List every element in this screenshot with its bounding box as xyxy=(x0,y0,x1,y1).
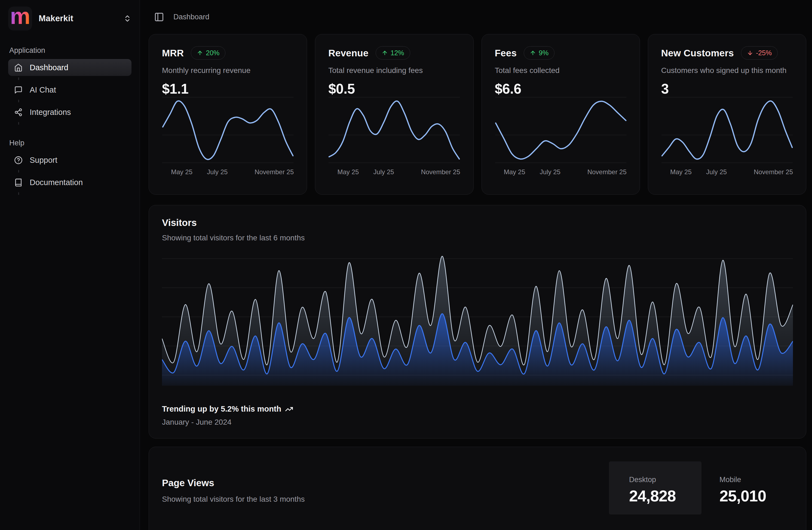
x-tick: May 25 xyxy=(337,168,359,176)
visitors-subtitle: Showing total visitors for the last 6 mo… xyxy=(162,233,793,242)
sidebar-item-label: Dashboard xyxy=(30,63,68,72)
visitors-area-chart xyxy=(162,252,793,386)
metric-value: $6.6 xyxy=(495,81,627,97)
x-tick: May 25 xyxy=(171,168,192,176)
trend-badge-value: 20% xyxy=(206,49,219,57)
home-icon xyxy=(14,63,23,72)
x-tick: May 25 xyxy=(670,168,692,176)
makerkit-logo: m xyxy=(8,6,32,30)
trend-badge: 12% xyxy=(376,46,410,60)
sparkline-x-labels: May 25 July 25 November 25 xyxy=(661,168,793,177)
stat-value: 24,828 xyxy=(629,487,701,505)
metric-card-mrr: MRR 20% Monthly recurring revenue $1.1 M… xyxy=(149,34,307,195)
x-tick: May 25 xyxy=(504,168,525,176)
metric-value: $1.1 xyxy=(162,81,294,97)
metric-subtitle: Total fees collected xyxy=(495,66,627,75)
sparkline-chart xyxy=(661,96,793,164)
makerkit-logo-letter: m xyxy=(10,6,30,27)
x-tick: November 25 xyxy=(421,168,460,176)
page-views-header: Page Views Showing total visitors for th… xyxy=(162,477,305,504)
page-views-subtitle: Showing total visitors for the last 3 mo… xyxy=(162,495,305,504)
x-tick: November 25 xyxy=(588,168,627,176)
x-tick: November 25 xyxy=(754,168,793,176)
metric-card-revenue: Revenue 12% Total revenue including fees… xyxy=(315,34,473,195)
stat-label: Mobile xyxy=(720,475,793,484)
sidebar: m Makerkit Application Dashboard AI Chat… xyxy=(0,0,140,530)
arrow-up-icon xyxy=(530,50,536,56)
metric-title: Revenue xyxy=(328,48,368,58)
sidebar-item-support[interactable]: Support xyxy=(8,152,131,169)
sparkline-x-labels: May 25 July 25 November 25 xyxy=(162,168,294,177)
stat-value: 25,010 xyxy=(720,487,793,505)
sidebar-nav-application: Dashboard AI Chat Integrations xyxy=(8,59,131,125)
sidebar-section-application: Application xyxy=(9,46,131,55)
x-tick: November 25 xyxy=(255,168,294,176)
sidebar-section-help: Help xyxy=(9,139,131,147)
sidebar-toggle-icon[interactable] xyxy=(154,12,164,22)
page-views-title: Page Views xyxy=(162,477,305,488)
breadcrumb-page[interactable]: Dashboard xyxy=(173,13,209,21)
metric-title: MRR xyxy=(162,48,184,58)
x-tick: July 25 xyxy=(374,168,394,176)
trend-badge-value: 12% xyxy=(391,49,404,57)
visitors-card: Visitors Showing total visitors for the … xyxy=(149,205,806,439)
visitors-trend-line: Trending up by 5.2% this month xyxy=(162,404,293,414)
metric-subtitle: Total revenue including fees xyxy=(328,66,460,75)
main-content: Dashboard MRR 20% Monthly recurring reve… xyxy=(140,0,812,530)
sidebar-item-label: Support xyxy=(30,156,57,165)
metric-head: New Customers -25% xyxy=(661,46,793,60)
stat-label: Desktop xyxy=(629,475,701,484)
sidebar-item-ai-chat[interactable]: AI Chat xyxy=(8,81,131,98)
trend-badge: 20% xyxy=(191,46,226,60)
visitors-title: Visitors xyxy=(162,217,793,228)
sidebar-item-label: Documentation xyxy=(30,178,83,187)
visitors-footer: Trending up by 5.2% this month January -… xyxy=(162,404,293,427)
nav-tick xyxy=(18,122,19,125)
breadcrumb: Dashboard xyxy=(149,0,806,34)
arrow-up-icon xyxy=(382,50,388,56)
metric-card-fees: Fees 9% Total fees collected $6.6 May 25… xyxy=(481,34,640,195)
metric-head: MRR 20% xyxy=(162,46,294,60)
metric-subtitle: Monthly recurring revenue xyxy=(162,66,294,75)
stat-mobile[interactable]: Mobile 25,010 xyxy=(720,461,793,515)
trend-badge: -25% xyxy=(741,46,778,60)
sidebar-item-documentation[interactable]: Documentation xyxy=(8,174,131,191)
sparkline-chart xyxy=(162,96,294,164)
help-circle-icon xyxy=(14,156,23,164)
sidebar-nav-help: Support Documentation xyxy=(8,152,131,195)
sparkline-chart xyxy=(495,96,627,164)
metric-title: New Customers xyxy=(661,48,734,58)
nav-tick xyxy=(18,100,19,102)
visitors-trend-text: Trending up by 5.2% this month xyxy=(162,404,281,414)
chat-icon xyxy=(14,86,23,94)
x-tick: July 25 xyxy=(207,168,228,176)
arrow-up-icon xyxy=(197,50,203,56)
share-icon xyxy=(14,108,23,116)
metric-cards-row: MRR 20% Monthly recurring revenue $1.1 M… xyxy=(149,34,806,195)
sparkline-x-labels: May 25 July 25 November 25 xyxy=(495,168,627,177)
x-tick: July 25 xyxy=(706,168,727,176)
sidebar-item-label: Integrations xyxy=(30,108,71,117)
arrow-down-icon xyxy=(747,50,753,56)
sidebar-item-dashboard[interactable]: Dashboard xyxy=(8,59,131,76)
metric-value: 3 xyxy=(661,81,793,97)
metric-card-new-customers: New Customers -25% Customers who signed … xyxy=(648,34,806,195)
metric-title: Fees xyxy=(495,48,517,58)
trend-badge-value: 9% xyxy=(539,49,549,57)
metric-subtitle: Customers who signed up this month xyxy=(661,66,793,75)
page-views-stats: Desktop 24,828 Mobile 25,010 xyxy=(609,461,793,515)
metric-head: Fees 9% xyxy=(495,46,627,60)
trending-up-icon xyxy=(285,405,293,413)
org-switcher[interactable]: m Makerkit xyxy=(8,6,131,31)
stat-desktop[interactable]: Desktop 24,828 xyxy=(609,461,701,515)
org-name: Makerkit xyxy=(39,14,117,24)
chevrons-up-down-icon xyxy=(123,14,131,23)
sparkline-x-labels: May 25 July 25 November 25 xyxy=(328,168,460,177)
book-icon xyxy=(14,178,23,187)
metric-head: Revenue 12% xyxy=(328,46,460,60)
visitors-date-range: January - June 2024 xyxy=(162,418,293,427)
metric-value: $0.5 xyxy=(328,81,460,97)
sidebar-item-integrations[interactable]: Integrations xyxy=(8,104,131,120)
sparkline-chart xyxy=(328,96,460,164)
trend-badge-value: -25% xyxy=(756,49,772,57)
